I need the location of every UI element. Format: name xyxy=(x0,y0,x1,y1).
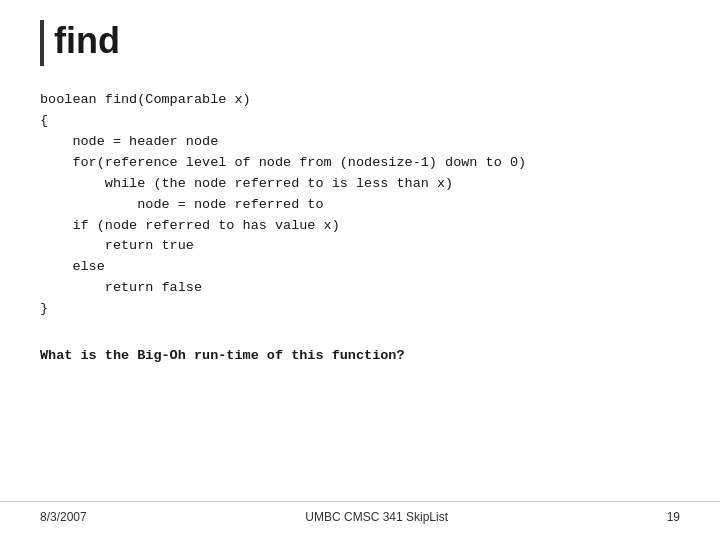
footer-title: UMBC CMSC 341 SkipList xyxy=(305,510,448,524)
slide-title: find xyxy=(40,20,680,66)
question-text: What is the Big-Oh run-time of this func… xyxy=(40,348,680,363)
code-block: boolean find(Comparable x) { node = head… xyxy=(40,90,680,320)
footer-page-number: 19 xyxy=(667,510,680,524)
footer-date: 8/3/2007 xyxy=(40,510,87,524)
slide-container: find boolean find(Comparable x) { node =… xyxy=(0,0,720,540)
slide-footer: 8/3/2007 UMBC CMSC 341 SkipList 19 xyxy=(0,501,720,524)
